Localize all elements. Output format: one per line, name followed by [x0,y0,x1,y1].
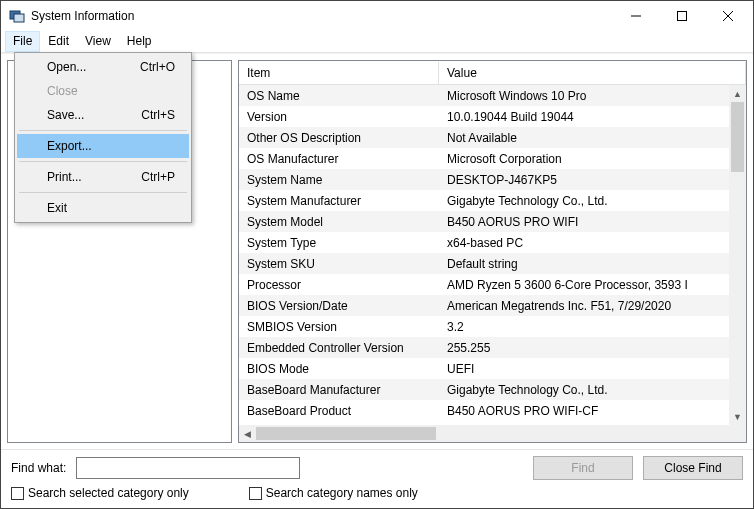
menu-separator [19,192,187,193]
window: System Information File Edit View Help I… [0,0,754,509]
svg-rect-1 [14,14,24,22]
menu-close[interactable]: Close [17,79,189,103]
cell-item: Version [239,108,439,126]
table-row[interactable]: SMBIOS Version3.2 [239,316,729,337]
cell-value: Default string [439,255,729,273]
column-value[interactable]: Value [439,62,746,84]
cell-value: Microsoft Corporation [439,150,729,168]
table-row[interactable]: Embedded Controller Version255.255 [239,337,729,358]
cell-value: AMD Ryzen 5 3600 6-Core Processor, 3593 … [439,276,729,294]
menu-print[interactable]: Print...Ctrl+P [17,165,189,189]
column-item[interactable]: Item [239,62,439,84]
find-label: Find what: [11,461,66,475]
menu-export[interactable]: Export... [17,134,189,158]
cell-item: OS Name [239,87,439,105]
menu-separator [19,161,187,162]
app-icon [9,8,25,24]
cell-item: BaseBoard Manufacturer [239,381,439,399]
cell-value: American Megatrends Inc. F51, 7/29/2020 [439,297,729,315]
menu-file[interactable]: File [5,31,40,52]
scroll-down-icon[interactable]: ▼ [729,408,746,425]
find-panel: Find what: Find Close Find Search select… [1,449,753,508]
find-button[interactable]: Find [533,456,633,480]
table-row[interactable]: System SKUDefault string [239,253,729,274]
table-row[interactable]: System Typex64-based PC [239,232,729,253]
cell-item: System Manufacturer [239,192,439,210]
file-menu-dropdown: Open...Ctrl+O Close Save...Ctrl+S Export… [14,52,192,223]
cell-value: 10.0.19044 Build 19044 [439,108,729,126]
titlebar: System Information [1,1,753,31]
scroll-corner [729,425,746,442]
table-row[interactable]: BIOS Version/DateAmerican Megatrends Inc… [239,295,729,316]
cell-item: System Name [239,171,439,189]
menu-separator [19,130,187,131]
table-row[interactable]: ProcessorAMD Ryzen 5 3600 6-Core Process… [239,274,729,295]
minimize-button[interactable] [613,1,659,31]
cell-value: Gigabyte Technology Co., Ltd. [439,192,729,210]
menu-save[interactable]: Save...Ctrl+S [17,103,189,127]
table-row[interactable]: System NameDESKTOP-J467KP5 [239,169,729,190]
cell-value: Microsoft Windows 10 Pro [439,87,729,105]
close-find-button[interactable]: Close Find [643,456,743,480]
list-body: OS NameMicrosoft Windows 10 ProVersion10… [239,85,746,442]
list-header: Item Value [239,61,746,85]
cell-value: DESKTOP-J467KP5 [439,171,729,189]
cell-value: 3.2 [439,318,729,336]
checkbox-selected-category[interactable]: Search selected category only [11,486,189,500]
cell-value: Not Available [439,129,729,147]
table-row[interactable]: BaseBoard ManufacturerGigabyte Technolog… [239,379,729,400]
close-button[interactable] [705,1,751,31]
table-row[interactable]: OS NameMicrosoft Windows 10 Pro [239,85,729,106]
cell-value: x64-based PC [439,234,729,252]
hscroll-thumb[interactable] [256,427,436,440]
table-row[interactable]: System ManufacturerGigabyte Technology C… [239,190,729,211]
horizontal-scrollbar[interactable]: ◀ ▶ [239,425,746,442]
hscroll-track[interactable] [256,425,729,442]
window-title: System Information [31,9,613,23]
find-input[interactable] [76,457,299,479]
cell-value: UEFI [439,360,729,378]
table-row[interactable]: System ModelB450 AORUS PRO WIFI [239,211,729,232]
cell-item: System Type [239,234,439,252]
scroll-up-icon[interactable]: ▲ [729,85,746,102]
checkbox-category-names[interactable]: Search category names only [249,486,418,500]
vertical-scrollbar[interactable]: ▲ ▼ [729,85,746,425]
maximize-button[interactable] [659,1,705,31]
cell-value: 255.255 [439,339,729,357]
menu-edit[interactable]: Edit [40,31,77,52]
checkbox-icon [11,487,24,500]
cell-item: SMBIOS Version [239,318,439,336]
cell-item: System SKU [239,255,439,273]
table-row[interactable]: BaseBoard ProductB450 AORUS PRO WIFI-CF [239,400,729,421]
menu-view[interactable]: View [77,31,119,52]
vscroll-track[interactable] [729,102,746,408]
cell-value: B450 AORUS PRO WIFI [439,213,729,231]
checkbox-icon [249,487,262,500]
details-list: Item Value OS NameMicrosoft Windows 10 P… [238,60,747,443]
cell-item: BaseBoard Product [239,402,439,420]
cell-item: Embedded Controller Version [239,339,439,357]
menu-open[interactable]: Open...Ctrl+O [17,55,189,79]
cell-item: BIOS Version/Date [239,297,439,315]
cell-item: System Model [239,213,439,231]
vscroll-thumb[interactable] [731,102,744,172]
menu-exit[interactable]: Exit [17,196,189,220]
menubar: File Edit View Help [1,31,753,53]
table-row[interactable]: Other OS DescriptionNot Available [239,127,729,148]
menu-help[interactable]: Help [119,31,160,52]
cell-value: B450 AORUS PRO WIFI-CF [439,402,729,420]
scroll-left-icon[interactable]: ◀ [239,425,256,442]
svg-rect-3 [678,12,687,21]
cell-item: OS Manufacturer [239,150,439,168]
cell-item: Other OS Description [239,129,439,147]
table-row[interactable]: Version10.0.19044 Build 19044 [239,106,729,127]
cell-item: Processor [239,276,439,294]
cell-value: Gigabyte Technology Co., Ltd. [439,381,729,399]
table-row[interactable]: BIOS ModeUEFI [239,358,729,379]
cell-item: BIOS Mode [239,360,439,378]
table-row[interactable]: OS ManufacturerMicrosoft Corporation [239,148,729,169]
